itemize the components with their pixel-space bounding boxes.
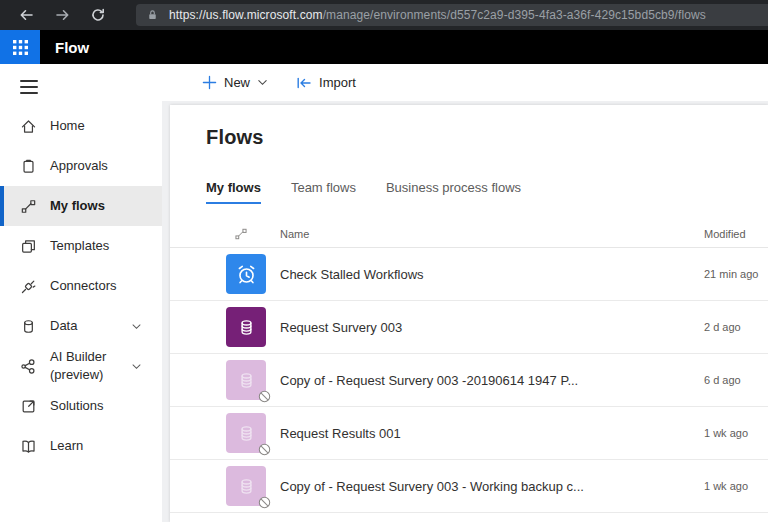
tab-team-flows[interactable]: Team flows [291, 180, 356, 204]
browser-back-icon[interactable] [14, 3, 38, 27]
approvals-icon [20, 158, 37, 175]
flow-row[interactable]: Request Results 0011 wk ago [170, 407, 768, 460]
flows-icon [20, 198, 37, 215]
flow-row[interactable]: Copy of - Request Survery 003 -20190614 … [170, 354, 768, 407]
flow-row[interactable]: Check Stalled Workflows21 min ago [170, 248, 768, 301]
data-icon [20, 318, 37, 335]
disabled-badge-icon [258, 390, 271, 403]
flow-name[interactable]: Request Results 001 [280, 426, 704, 441]
flow-tile-disabled [226, 413, 266, 453]
table-body: Check Stalled Workflows21 min agoRequest… [170, 248, 768, 513]
page-region: Flows My flowsTeam flowsBusiness process… [162, 101, 768, 522]
sidebar-item-label: AI Builder (preview) [50, 348, 131, 383]
sidebar-item-label: Solutions [50, 397, 103, 415]
tab-bar: My flowsTeam flowsBusiness process flows [206, 180, 768, 204]
sidebar-item-label: Home [50, 117, 85, 135]
browser-forward-icon[interactable] [50, 3, 74, 27]
sidebar-item-approvals[interactable]: Approvals [0, 146, 162, 186]
templates-icon [20, 238, 37, 255]
flow-tile-disabled [226, 466, 266, 506]
home-icon [20, 118, 37, 135]
app-header: Flow [0, 30, 768, 64]
url-text: https://us.flow.microsoft.com/manage/env… [169, 8, 706, 22]
address-bar[interactable]: https://us.flow.microsoft.com/manage/env… [136, 4, 768, 26]
disabled-badge-icon [258, 443, 271, 456]
sidebar-item-label: Learn [50, 437, 83, 455]
flow-tile [226, 254, 266, 294]
chevron-down-icon[interactable] [131, 361, 142, 372]
table-header-row: Name Modified [170, 221, 768, 248]
new-button-label: New [224, 75, 250, 90]
sidebar-nav: HomeApprovalsMy flowsTemplatesConnectors… [0, 106, 162, 466]
plus-icon [202, 75, 217, 90]
import-button[interactable]: Import [296, 75, 356, 90]
column-header-name: Name [280, 228, 704, 240]
waffle-menu-icon[interactable] [0, 30, 40, 64]
flow-row[interactable]: Request Survery 0032 d ago [170, 301, 768, 354]
url-domain: https://us.flow.microsoft.com [169, 8, 323, 22]
sidebar: HomeApprovalsMy flowsTemplatesConnectors… [0, 64, 162, 522]
chevron-down-icon [257, 77, 268, 88]
new-button[interactable]: New [202, 75, 268, 90]
app-title[interactable]: Flow [55, 39, 89, 56]
sidebar-item-learn[interactable]: Learn [0, 426, 162, 466]
browser-toolbar: https://us.flow.microsoft.com/manage/env… [0, 0, 768, 30]
flow-glyph-icon [234, 227, 280, 241]
url-path: /manage/environments/d557c2a9-d395-4fa3-… [323, 8, 706, 22]
learn-icon [20, 438, 37, 455]
sidebar-item-label: Data [50, 317, 77, 335]
flows-table: Name Modified Check Stalled Workflows21 … [170, 221, 768, 513]
flow-tile [226, 307, 266, 347]
chevron-down-icon[interactable] [131, 321, 142, 332]
command-bar: New Import [162, 64, 768, 101]
import-icon [296, 76, 312, 90]
sidebar-item-label: My flows [50, 197, 105, 215]
sidebar-item-ai-builder-preview[interactable]: AI Builder (preview) [0, 346, 162, 386]
lock-icon [146, 8, 159, 22]
solutions-icon [20, 398, 37, 415]
tab-business-process-flows[interactable]: Business process flows [386, 180, 521, 204]
sidebar-item-label: Connectors [50, 277, 116, 295]
sidebar-item-my-flows[interactable]: My flows [0, 186, 162, 226]
flow-modified: 1 wk ago [704, 427, 768, 439]
disabled-badge-icon [258, 496, 271, 509]
sidebar-item-data[interactable]: Data [0, 306, 162, 346]
sidebar-item-connectors[interactable]: Connectors [0, 266, 162, 306]
flow-row[interactable]: Copy of - Request Survery 003 - Working … [170, 460, 768, 513]
flow-name[interactable]: Check Stalled Workflows [280, 267, 704, 282]
connectors-icon [20, 278, 37, 295]
browser-refresh-icon[interactable] [86, 3, 110, 27]
sidebar-item-templates[interactable]: Templates [0, 226, 162, 266]
sidebar-item-home[interactable]: Home [0, 106, 162, 146]
flow-name[interactable]: Request Survery 003 [280, 320, 704, 335]
flow-name[interactable]: Copy of - Request Survery 003 - Working … [280, 479, 704, 494]
ai-builder-icon [20, 358, 37, 375]
sidebar-item-label: Templates [50, 237, 109, 255]
flow-name[interactable]: Copy of - Request Survery 003 -20190614 … [280, 373, 704, 388]
flow-modified: 1 wk ago [704, 480, 768, 492]
sidebar-item-solutions[interactable]: Solutions [0, 386, 162, 426]
hamburger-menu-icon[interactable] [20, 80, 38, 94]
page-title: Flows [170, 126, 768, 149]
flow-tile-disabled [226, 360, 266, 400]
flow-modified: 2 d ago [704, 321, 768, 333]
flow-modified: 21 min ago [704, 268, 768, 280]
content-panel: Flows My flowsTeam flowsBusiness process… [170, 105, 768, 522]
tab-my-flows[interactable]: My flows [206, 180, 261, 204]
flow-modified: 6 d ago [704, 374, 768, 386]
import-button-label: Import [319, 75, 356, 90]
column-header-modified: Modified [704, 228, 768, 240]
sidebar-item-label: Approvals [50, 157, 108, 175]
